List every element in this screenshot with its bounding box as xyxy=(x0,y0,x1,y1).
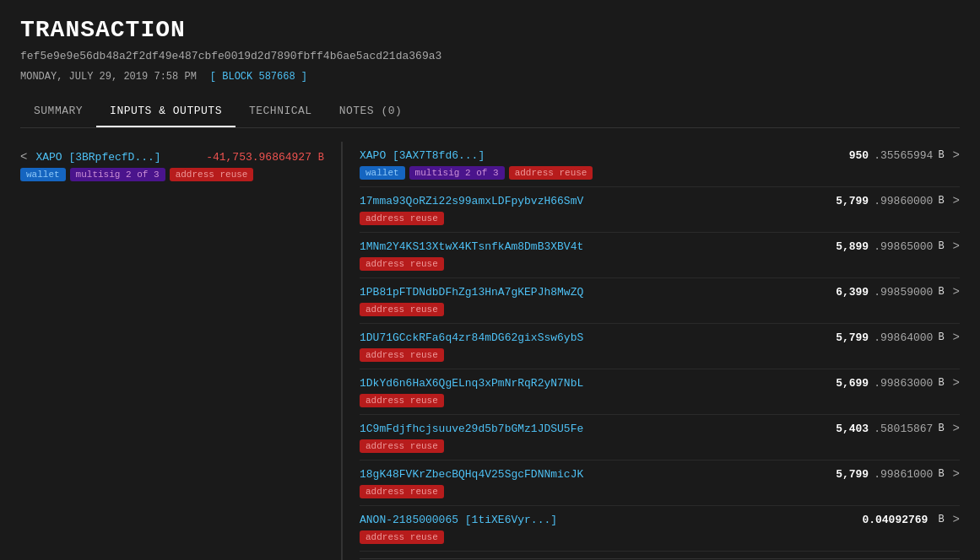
btc-icon-2: B xyxy=(938,240,944,252)
output-amount-light-0: .35565994 xyxy=(874,149,933,162)
output-address-6[interactable]: 1C9mFdjfhcjsuuve29d5b7bGMz1JDSU5Fe xyxy=(360,423,826,435)
output-address-2[interactable]: 1MNm2Y4KS13XtwX4KTsnfkAm8DmB3XBV4t xyxy=(360,240,826,253)
page-title: TRANSACTION xyxy=(20,17,960,43)
output-address-0[interactable]: XAPO [3AX7T8fd6...] xyxy=(360,149,839,162)
tx-hash: fef5e9e9e56db48a2f2df49e487cbfe0019d2d78… xyxy=(20,50,960,62)
tag-multisig[interactable]: multisig 2 of 3 xyxy=(70,168,165,181)
tag-ar-7[interactable]: address reuse xyxy=(360,485,444,498)
btc-icon-7: B xyxy=(938,468,944,480)
btc-icon-3: B xyxy=(938,286,944,298)
btc-icon-8: B xyxy=(938,514,944,525)
tag-address-reuse-out0[interactable]: address reuse xyxy=(509,166,593,180)
input-tags: wallet multisig 2 of 3 address reuse xyxy=(20,168,324,181)
tag-wallet-out0[interactable]: wallet xyxy=(360,166,405,180)
btc-icon-1: B xyxy=(938,195,944,207)
tab-summary[interactable]: SUMMARY xyxy=(20,96,96,127)
arrow-left-icon: < xyxy=(20,150,27,164)
output-address-4[interactable]: 1DU71GCckRFa6q4zr84mDG62gixSsw6ybS xyxy=(360,331,826,344)
tab-bar: SUMMARY INPUTS & OUTPUTS TECHNICAL NOTES… xyxy=(20,96,960,128)
tag-multisig-out0[interactable]: multisig 2 of 3 xyxy=(409,166,505,180)
tab-inputs-outputs[interactable]: INPUTS & OUTPUTS xyxy=(96,96,236,127)
tx-date: MONDAY, JULY 29, 2019 7:58 PM xyxy=(20,71,197,83)
output-address-1[interactable]: 17mma93QoRZi22s99amxLDFpybvzH66SmV xyxy=(360,195,826,207)
output-item-7: 18gK48FVKrZbecBQHq4V25SgcFDNNmicJK 5,799… xyxy=(360,460,960,506)
tag-address-reuse[interactable]: address reuse xyxy=(170,168,254,181)
output-item-6: 1C9mFdjfhcjsuuve29d5b7bGMz1JDSU5Fe 5,403… xyxy=(360,415,960,460)
tag-ar-4[interactable]: address reuse xyxy=(360,348,444,362)
output-item-3: 1PB81pFTDNdbDFhZg13HnA7gKEPJh8MwZQ 6,399… xyxy=(360,278,960,324)
input-item: < XAPO [3BRpfecfD...] -41,753.96864927 B… xyxy=(20,142,324,190)
input-amount: -41,753.96864927 B xyxy=(206,151,324,164)
output-item-4: 1DU71GCckRFa6q4zr84mDG62gixSsw6ybS 5,799… xyxy=(360,324,960,369)
tx-meta: MONDAY, JULY 29, 2019 7:58 PM [ BLOCK 58… xyxy=(20,71,960,83)
tag-ar-3[interactable]: address reuse xyxy=(360,303,444,316)
output-item-2: 1MNm2Y4KS13XtwX4KTsnfkAm8DmB3XBV4t 5,899… xyxy=(360,233,960,278)
tag-ar-2[interactable]: address reuse xyxy=(360,257,444,271)
btc-icon-6: B xyxy=(938,423,944,434)
tag-wallet[interactable]: wallet xyxy=(20,168,66,181)
output-address-8[interactable]: ANON-2185000065 [1tiXE6Vyr...] xyxy=(360,514,852,526)
tag-ar-6[interactable]: address reuse xyxy=(360,439,444,453)
output-item-5: 1DkYd6n6HaX6QgELnq3xPmNrRqR2yN7NbL 5,699… xyxy=(360,369,960,415)
outputs-panel: XAPO [3AX7T8fd6...] 950.35565994 B > wal… xyxy=(342,142,960,560)
output-item-8: ANON-2185000065 [1tiXE6Vyr...] 0.0409276… xyxy=(360,506,960,552)
block-badge[interactable]: [ BLOCK 587668 ] xyxy=(210,71,307,83)
input-address[interactable]: XAPO [3BRpfecfD...] xyxy=(35,151,160,164)
output-address-7[interactable]: 18gK48FVKrZbecBQHq4V25SgcFDNNmicJK xyxy=(360,468,826,481)
output-address-3[interactable]: 1PB81pFTDNdbDFhZg13HnA7gKEPJh8MwZQ xyxy=(360,286,826,299)
tag-ar-1[interactable]: address reuse xyxy=(360,212,444,225)
arrow-right-icon-0: > xyxy=(953,148,960,162)
tab-technical[interactable]: TECHNICAL xyxy=(236,96,326,127)
btc-icon-0: B xyxy=(938,149,944,161)
tag-ar-8[interactable]: address reuse xyxy=(360,530,444,544)
output-amount-bold-0: 950 xyxy=(849,149,869,162)
input-address-row: < XAPO [3BRpfecfD...] xyxy=(20,150,161,164)
tab-notes[interactable]: NOTES (0) xyxy=(326,96,416,127)
tag-ar-5[interactable]: address reuse xyxy=(360,394,444,407)
output-tags-0: wallet multisig 2 of 3 address reuse xyxy=(360,166,960,180)
btc-icon-4: B xyxy=(938,331,944,343)
inputs-panel: < XAPO [3BRpfecfD...] -41,753.96864927 B… xyxy=(20,142,341,560)
btc-icon-5: B xyxy=(938,377,944,389)
content-area: < XAPO [3BRpfecfD...] -41,753.96864927 B… xyxy=(20,128,960,560)
output-address-5[interactable]: 1DkYd6n6HaX6QgELnq3xPmNrRqR2yN7NbL xyxy=(360,377,826,390)
output-item-1: 17mma93QoRZi22s99amxLDFpybvzH66SmV 5,799… xyxy=(360,187,960,233)
output-item-0: XAPO [3AX7T8fd6...] 950.35565994 B > wal… xyxy=(360,142,960,187)
